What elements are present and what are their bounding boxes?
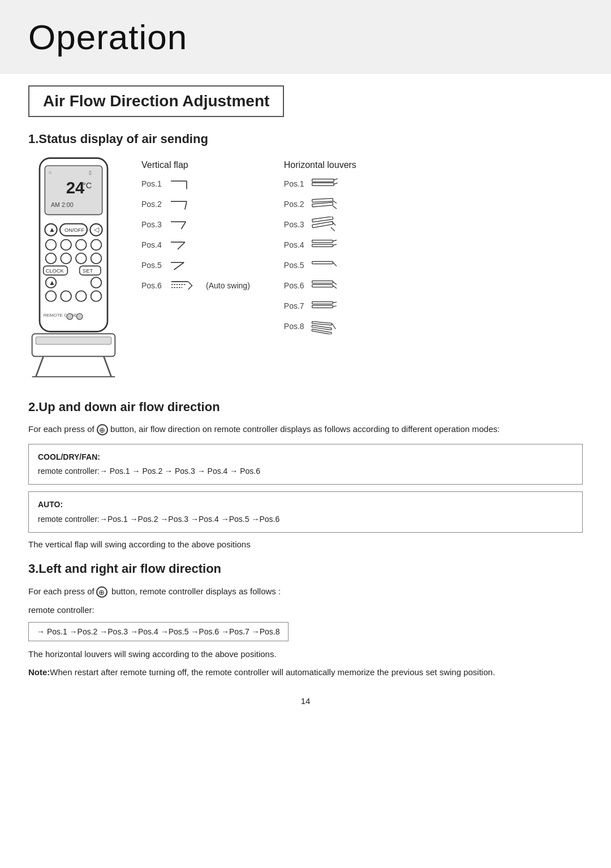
svg-text:○: ○ bbox=[49, 170, 52, 175]
hlouver-pos1-icon bbox=[311, 176, 339, 192]
section1: 1.Status display of air sending 24 °C ○ … bbox=[28, 132, 583, 383]
note-content: When restart after remote turning off, t… bbox=[50, 667, 495, 677]
pos-columns: Vertical flap Pos.1 Pos.2 bbox=[141, 160, 583, 339]
svg-text:SET: SET bbox=[83, 268, 93, 274]
svg-line-64 bbox=[331, 227, 335, 231]
hlouver-pos8: Pos.8 bbox=[284, 318, 356, 334]
hlouver-pos7-label: Pos.7 bbox=[284, 301, 306, 310]
vertical-flap-label: Vertical flap bbox=[141, 160, 250, 170]
hlouver-pos5: Pos.5 bbox=[284, 257, 356, 273]
content-area: 1.Status display of air sending 24 °C ○ … bbox=[0, 132, 611, 679]
section2-title: 2.Up and down air flow direction bbox=[28, 400, 583, 414]
svg-point-20 bbox=[91, 253, 102, 264]
svg-point-31 bbox=[91, 291, 102, 301]
section2-desc: For each press of ⊕ button, air flow dir… bbox=[28, 422, 583, 436]
svg-point-29 bbox=[61, 291, 71, 301]
vflap-pos4-label: Pos.4 bbox=[141, 240, 163, 249]
svg-line-49 bbox=[174, 262, 184, 270]
swing-note: The vertical flap will swing according t… bbox=[28, 539, 583, 549]
page-number: 14 bbox=[0, 696, 611, 717]
vflap-pos2-label: Pos.2 bbox=[141, 200, 163, 209]
cool-dry-fan-box: COOL/DRY/FAN: remote controller:→ Pos.1 … bbox=[28, 444, 583, 485]
svg-rect-57 bbox=[312, 198, 333, 202]
hlouver-pos3-label: Pos.3 bbox=[284, 220, 306, 229]
vflap-pos5-icon bbox=[169, 257, 191, 273]
svg-line-60 bbox=[333, 206, 337, 209]
hlouver-pos6-icon bbox=[311, 278, 339, 293]
svg-rect-65 bbox=[312, 240, 333, 243]
svg-rect-71 bbox=[312, 281, 333, 283]
hlouver-pos1: Pos.1 bbox=[284, 176, 356, 192]
svg-point-15 bbox=[76, 240, 87, 251]
svg-text:▲: ▲ bbox=[49, 226, 55, 234]
svg-rect-76 bbox=[312, 305, 333, 308]
svg-point-13 bbox=[46, 240, 57, 251]
cool-dry-fan-flow: remote controller:→ Pos.1 → Pos.2 → Pos.… bbox=[38, 464, 573, 478]
hlouver-pos8-label: Pos.8 bbox=[284, 322, 306, 331]
vflap-pos5-label: Pos.5 bbox=[141, 261, 163, 270]
hlouver-pos4: Pos.4 bbox=[284, 237, 356, 253]
svg-line-70 bbox=[333, 262, 337, 266]
svg-point-27 bbox=[91, 277, 102, 288]
status-display-row: 24 °C ○ ▯ AM 2:00 ▲ ON/OFF ◁ bbox=[28, 154, 583, 383]
section3-desc1: For each press of⊕ button, remote contro… bbox=[28, 584, 583, 599]
svg-point-28 bbox=[46, 291, 57, 301]
svg-line-38 bbox=[104, 356, 111, 377]
svg-line-56 bbox=[334, 183, 338, 184]
svg-line-47 bbox=[178, 242, 185, 249]
section3-title: 3.Left and right air flow direction bbox=[28, 562, 583, 576]
hlouver-pos5-label: Pos.5 bbox=[284, 261, 306, 270]
svg-line-55 bbox=[334, 179, 338, 180]
remote-svg: 24 °C ○ ▯ AM 2:00 ▲ ON/OFF ◁ bbox=[28, 154, 119, 381]
lr-button-icon[interactable]: ⊕ bbox=[96, 586, 107, 598]
hlouver-pos8-icon bbox=[311, 318, 339, 334]
svg-point-34 bbox=[76, 313, 83, 319]
remote-illustration: 24 °C ○ ▯ AM 2:00 ▲ ON/OFF ◁ bbox=[28, 154, 119, 383]
vflap-pos4: Pos.4 bbox=[141, 237, 250, 253]
hlouver-pos7-icon bbox=[311, 298, 339, 314]
hlouver-pos5-icon bbox=[311, 257, 339, 273]
vflap-pos4-icon bbox=[169, 237, 191, 253]
svg-line-77 bbox=[333, 302, 337, 303]
horiz-note: The horizontal louvers will swing accord… bbox=[28, 649, 583, 659]
svg-line-37 bbox=[36, 356, 43, 377]
hlouver-pos2: Pos.2 bbox=[284, 196, 356, 212]
hlouver-pos2-label: Pos.2 bbox=[284, 200, 306, 209]
svg-line-73 bbox=[333, 282, 337, 284]
svg-line-43 bbox=[185, 201, 187, 209]
svg-point-16 bbox=[91, 240, 102, 251]
svg-text:CLOCK: CLOCK bbox=[46, 268, 64, 274]
svg-text:AM 2:00: AM 2:00 bbox=[51, 201, 74, 208]
svg-point-30 bbox=[76, 291, 87, 301]
svg-rect-36 bbox=[36, 337, 111, 344]
hlouver-pos4-label: Pos.4 bbox=[284, 240, 306, 249]
svg-line-78 bbox=[333, 306, 337, 306]
svg-line-68 bbox=[333, 244, 337, 245]
vflap-pos5: Pos.5 bbox=[141, 257, 250, 273]
svg-rect-58 bbox=[312, 202, 333, 207]
note-text: Note:When restart after remote turning o… bbox=[28, 666, 583, 679]
up-down-button-icon[interactable]: ⊕ bbox=[97, 424, 108, 435]
svg-text:▯: ▯ bbox=[89, 170, 92, 175]
cool-dry-fan-label: COOL/DRY/FAN: bbox=[38, 450, 573, 464]
svg-line-74 bbox=[333, 286, 337, 288]
lr-flow-box: → Pos.1 →Pos.2 →Pos.3 →Pos.4 →Pos.5 →Pos… bbox=[28, 622, 289, 641]
vflap-pos2: Pos.2 bbox=[141, 196, 250, 212]
hlouver-pos6-label: Pos.6 bbox=[284, 281, 306, 290]
vflap-pos1-icon bbox=[169, 176, 191, 192]
vflap-pos1-label: Pos.1 bbox=[141, 179, 163, 188]
hlouver-pos3-icon bbox=[311, 217, 339, 232]
vertical-flap-column: Vertical flap Pos.1 Pos.2 bbox=[141, 160, 250, 339]
vflap-pos6-auto-label: (Auto swing) bbox=[206, 281, 250, 290]
svg-rect-54 bbox=[312, 183, 333, 185]
svg-rect-75 bbox=[312, 302, 333, 304]
svg-rect-62 bbox=[312, 221, 333, 227]
vflap-pos1: Pos.1 bbox=[141, 176, 250, 192]
svg-rect-61 bbox=[312, 217, 333, 222]
svg-rect-79 bbox=[312, 322, 332, 325]
svg-point-14 bbox=[61, 240, 71, 251]
section-header-box: Air Flow Direction Adjustment bbox=[0, 85, 611, 127]
svg-text:◁: ◁ bbox=[94, 226, 100, 234]
page-number-text: 14 bbox=[301, 696, 311, 706]
svg-rect-53 bbox=[312, 179, 333, 182]
